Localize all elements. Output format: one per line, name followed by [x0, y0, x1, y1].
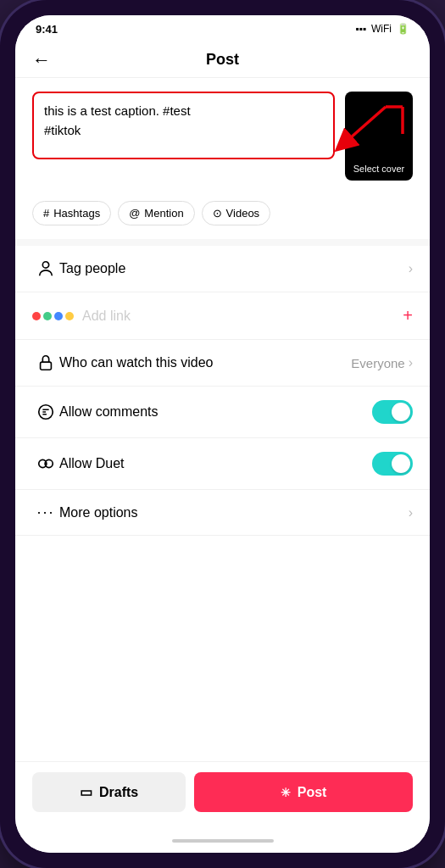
status-icons: ▪▪▪ WiFi 🔋 [355, 23, 409, 35]
hashtags-label: Hashtags [53, 207, 100, 220]
add-link-icon [32, 312, 74, 320]
allow-duet-item[interactable]: Allow Duet [15, 438, 430, 490]
who-can-watch-label: Who can watch this video [59, 355, 351, 370]
more-options-chevron: › [409, 505, 413, 520]
add-link-item[interactable]: Add link + [15, 292, 430, 340]
status-time: 9:41 [36, 23, 58, 36]
select-cover-label[interactable]: Select cover [353, 164, 405, 174]
status-bar: 9:41 ▪▪▪ WiFi 🔋 [15, 15, 430, 42]
dot-red [32, 312, 41, 320]
add-link-plus-icon[interactable]: + [403, 306, 413, 326]
bottom-bar: ▭ Drafts ✳ Post [15, 761, 430, 829]
back-button[interactable]: ← [32, 49, 51, 71]
drafts-icon: ▭ [80, 784, 92, 800]
post-button[interactable]: ✳ Post [194, 772, 413, 812]
post-label: Post [298, 785, 327, 800]
post-star-icon: ✳ [281, 786, 291, 799]
battery-icon: 🔋 [397, 23, 409, 35]
hashtags-button[interactable]: # Hashtags [32, 201, 111, 225]
caption-area: this is a test caption. #test #tiktok Se… [15, 78, 430, 194]
video-thumbnail[interactable]: Select cover [345, 92, 413, 181]
allow-comments-label: Allow comments [59, 404, 372, 420]
phone-screen: 9:41 ▪▪▪ WiFi 🔋 ← Post [15, 15, 430, 853]
hashtag-icon: # [43, 207, 49, 220]
allow-duet-label: Allow Duet [59, 456, 372, 471]
lock-icon [32, 353, 59, 372]
allow-duet-toggle[interactable] [372, 452, 413, 476]
tag-people-item[interactable]: Tag people › [15, 246, 430, 292]
caption-text: this is a test caption. #test #tiktok [44, 103, 191, 137]
home-bar [172, 839, 274, 843]
mention-label: Mention [144, 207, 183, 220]
caption-input-box[interactable]: this is a test caption. #test #tiktok [32, 92, 335, 159]
mention-button[interactable]: @ Mention [118, 201, 194, 225]
duet-toggle-knob [392, 454, 410, 473]
section-divider [15, 239, 430, 246]
who-can-watch-item[interactable]: Who can watch this video Everyone › [15, 340, 430, 387]
allow-comments-toggle[interactable] [372, 400, 413, 424]
wifi-icon: WiFi [371, 23, 392, 35]
drafts-label: Drafts [99, 785, 138, 800]
more-options-label: More options [59, 505, 409, 520]
signal-icon: ▪▪▪ [355, 23, 366, 35]
videos-label: Videos [226, 207, 260, 220]
tags-row: # Hashtags @ Mention ⊙ Videos [15, 194, 430, 239]
svg-rect-5 [41, 362, 52, 370]
svg-point-4 [42, 262, 48, 268]
duet-icon [32, 454, 59, 473]
allow-comments-item[interactable]: Allow comments [15, 387, 430, 438]
person-icon [32, 259, 59, 278]
phone-frame: 9:41 ▪▪▪ WiFi 🔋 ← Post [0, 0, 445, 868]
comment-icon [32, 403, 59, 421]
who-can-watch-value: Everyone [351, 356, 404, 370]
dot-yellow [65, 312, 74, 320]
page-title: Post [206, 51, 239, 69]
drafts-button[interactable]: ▭ Drafts [32, 772, 186, 812]
add-link-label: Add link [82, 309, 403, 324]
mention-icon: @ [129, 207, 140, 220]
dot-green [43, 312, 52, 320]
who-can-watch-chevron: › [409, 355, 413, 370]
more-icon: ··· [32, 504, 59, 521]
dot-blue [54, 312, 63, 320]
main-content: this is a test caption. #test #tiktok Se… [15, 78, 430, 761]
more-options-item[interactable]: ··· More options › [15, 490, 430, 536]
toggle-knob [392, 403, 410, 421]
play-icon: ⊙ [213, 207, 222, 220]
tag-people-label: Tag people [59, 261, 409, 276]
home-indicator [15, 829, 430, 853]
header: ← Post [15, 42, 430, 78]
videos-button[interactable]: ⊙ Videos [202, 201, 271, 225]
tag-people-chevron: › [409, 261, 413, 276]
